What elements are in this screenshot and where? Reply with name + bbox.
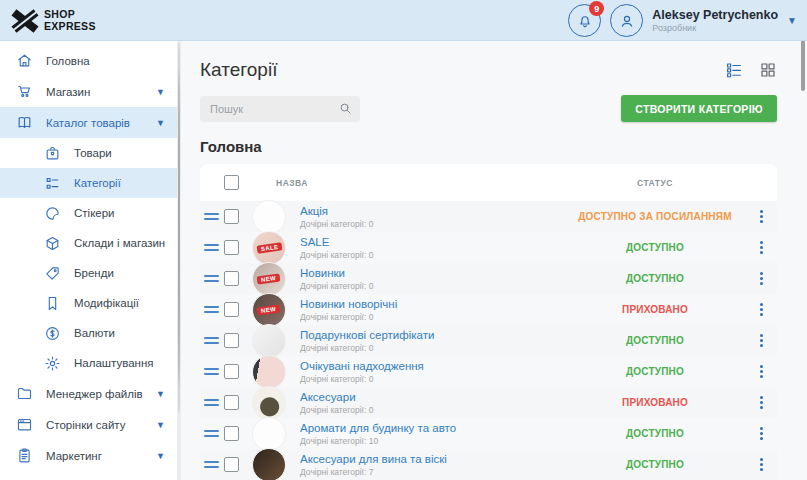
category-name-link[interactable]: Аксесуари для вина та віскі (300, 453, 565, 465)
sidebar-item-label: Маркетинг (46, 450, 102, 462)
category-name-link[interactable]: Новинки новорічні (300, 298, 565, 310)
sidebar-item-tovary[interactable]: Товари (0, 138, 177, 168)
category-thumbnail (252, 386, 286, 420)
row-menu-kebab-icon[interactable] (757, 300, 766, 319)
row-checkbox[interactable] (224, 364, 239, 379)
currencies-icon (44, 325, 61, 342)
sidebar-item-brendy[interactable]: Бренди (0, 258, 177, 288)
status-badge: ДОСТУПНО (565, 428, 745, 439)
category-name-link[interactable]: Очікувані надходження (300, 360, 565, 372)
drag-handle-icon[interactable] (204, 368, 219, 375)
sidebar-item-katehorii[interactable]: Категорії (0, 168, 177, 198)
category-row: Аромати для будинку та автоДочірні катег… (200, 418, 777, 449)
search-input[interactable] (200, 96, 360, 122)
chevron-down-icon: ▼ (156, 451, 165, 461)
status-badge: ДОСТУПНО (565, 459, 745, 470)
drag-handle-icon[interactable] (204, 337, 219, 344)
logo-text: SHOP EXPRESS (44, 9, 96, 32)
chevron-down-icon: ▼ (156, 389, 165, 399)
sidebar-item-label: Склади і магазини (74, 237, 165, 249)
sidebar-item-label: Стікери (74, 207, 115, 219)
category-name-link[interactable]: SALE (300, 236, 565, 248)
row-menu-kebab-icon[interactable] (757, 393, 766, 412)
category-name-link[interactable]: Акція (300, 205, 565, 217)
drag-handle-icon[interactable] (204, 306, 219, 313)
search-icon (338, 101, 353, 116)
row-menu-kebab-icon[interactable] (757, 331, 766, 350)
category-children-count: Дочірні категорії: 0 (300, 405, 565, 415)
sidebar-nav: ГоловнаМагазин▼Каталог товарів▼ТовариКат… (0, 41, 177, 480)
modifications-icon (44, 295, 61, 312)
status-badge: ДОСТУПНО (565, 273, 745, 284)
site-pages-icon (16, 416, 33, 433)
status-badge: ДОСТУПНО (565, 335, 745, 346)
row-checkbox[interactable] (224, 457, 239, 472)
drag-handle-icon[interactable] (204, 244, 219, 251)
category-thumbnail (252, 448, 286, 480)
sidebar-item-mahazyn[interactable]: Магазин▼ (0, 76, 177, 107)
row-checkbox[interactable] (224, 426, 239, 441)
select-all-checkbox[interactable] (224, 175, 239, 190)
category-name-link[interactable]: Новинки (300, 267, 565, 279)
store-cart-icon (16, 83, 33, 100)
category-row: Подарункові сертифікатиДочірні категорії… (200, 325, 777, 356)
drag-handle-icon[interactable] (204, 275, 219, 282)
table-body: АкціяДочірні категорії: 0ДОСТУПНО ЗА ПОС… (200, 201, 777, 480)
drag-handle-icon[interactable] (204, 213, 219, 220)
category-name-link[interactable]: Аксесуари (300, 391, 565, 403)
row-checkbox[interactable] (224, 395, 239, 410)
categories-icon (44, 175, 61, 192)
grid-view-icon[interactable] (759, 61, 777, 79)
sidebar-item-modyfikatsii[interactable]: Модифікації (0, 288, 177, 318)
sidebar-item-kataloh-tovariv[interactable]: Каталог товарів▼ (0, 107, 177, 138)
column-header-name: НАЗВА (276, 178, 565, 188)
home-icon (16, 52, 33, 69)
sidebar-item-storinky-saitu[interactable]: Сторінки сайту▼ (0, 409, 177, 440)
category-name-link[interactable]: Подарункові сертифікати (300, 329, 565, 341)
list-view-icon[interactable] (725, 61, 743, 79)
row-checkbox[interactable] (224, 271, 239, 286)
column-header-status: СТАТУС (565, 178, 745, 188)
notifications-button[interactable]: 9 (568, 4, 601, 37)
drag-handle-icon[interactable] (204, 399, 219, 406)
sidebar-item-marketynh[interactable]: Маркетинг▼ (0, 440, 177, 471)
sidebar-item-label: Товари (74, 147, 112, 159)
sidebar-item-label: Головна (46, 55, 90, 67)
sidebar-item-sklady-i-mahazyny[interactable]: Склади і магазини (0, 228, 177, 258)
top-bar: SHOP EXPRESS 9 Aleksey Petrychenko Розро… (0, 0, 807, 41)
file-manager-icon (16, 385, 33, 402)
row-checkbox[interactable] (224, 302, 239, 317)
row-checkbox[interactable] (224, 333, 239, 348)
row-menu-kebab-icon[interactable] (757, 455, 766, 474)
sidebar-item-stikery[interactable]: Стікери (0, 198, 177, 228)
chevron-down-icon[interactable]: ▼ (787, 16, 797, 26)
category-name-link[interactable]: Аромати для будинку та авто (300, 422, 565, 434)
sidebar-item-valiuty[interactable]: Валюти (0, 318, 177, 348)
row-menu-kebab-icon[interactable] (757, 362, 766, 381)
sidebar-item-menedzher-failiv[interactable]: Менеджер файлів▼ (0, 378, 177, 409)
user-role: Розробник (652, 23, 778, 33)
sidebar-item-nalashtuvannia[interactable]: Налаштування (0, 348, 177, 378)
row-menu-kebab-icon[interactable] (757, 207, 766, 226)
categories-table: НАЗВА СТАТУС АкціяДочірні категорії: 0ДО… (200, 164, 777, 480)
drag-handle-icon[interactable] (204, 430, 219, 437)
category-thumbnail: SALE (252, 231, 286, 265)
row-menu-kebab-icon[interactable] (757, 424, 766, 443)
create-category-button[interactable]: СТВОРИТИ КАТЕГОРІЮ (621, 95, 777, 122)
category-thumbnail: NEW (252, 262, 286, 296)
sidebar-item-label: Модифікації (74, 297, 139, 309)
main-content: Категорії СТВОРИТИ КАТЕГОРІЮ Головна НАЗ… (181, 41, 807, 480)
row-checkbox[interactable] (224, 240, 239, 255)
sidebar-item-label: Бренди (74, 267, 114, 279)
category-row: Очікувані надходженняДочірні категорії: … (200, 356, 777, 387)
row-menu-kebab-icon[interactable] (757, 269, 766, 288)
sidebar-item-label: Магазин (46, 86, 90, 98)
profile-button[interactable] (610, 4, 643, 37)
category-thumbnail: NEW (252, 293, 286, 327)
row-checkbox[interactable] (224, 209, 239, 224)
drag-handle-icon[interactable] (204, 461, 219, 468)
chevron-down-icon: ▼ (156, 118, 165, 128)
row-menu-kebab-icon[interactable] (757, 238, 766, 257)
sidebar-item-label: Сторінки сайту (46, 419, 126, 431)
sidebar-item-holovna[interactable]: Головна (0, 45, 177, 76)
